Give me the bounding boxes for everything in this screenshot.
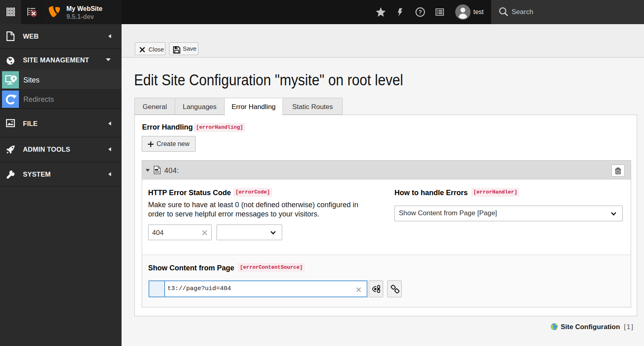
svg-text:?: ?: [419, 9, 422, 15]
